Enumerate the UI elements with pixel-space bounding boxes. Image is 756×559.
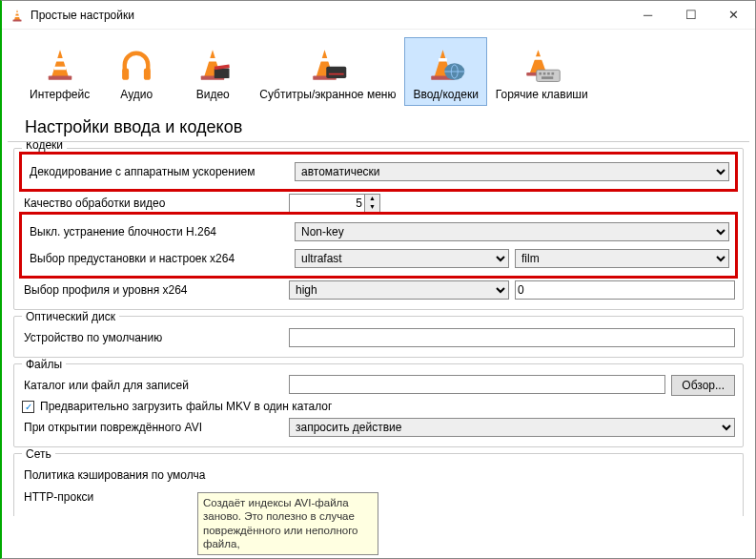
svg-rect-30 bbox=[540, 72, 542, 75]
svg-rect-5 bbox=[55, 58, 64, 62]
svg-rect-19 bbox=[329, 73, 344, 75]
broken-avi-label: При открытии повреждённого AVI bbox=[22, 421, 289, 434]
svg-rect-3 bbox=[13, 19, 22, 21]
tooltip: Создаёт индексы AVI-файла заново. Это по… bbox=[197, 492, 378, 555]
h264-skip-select[interactable]: Non-key bbox=[295, 222, 729, 241]
svg-rect-2 bbox=[15, 15, 19, 17]
svg-rect-7 bbox=[48, 75, 72, 79]
maximize-button[interactable]: ☐ bbox=[669, 1, 712, 30]
svg-rect-21 bbox=[439, 58, 447, 62]
svg-rect-1 bbox=[16, 12, 19, 14]
default-device-input[interactable] bbox=[289, 328, 735, 347]
svg-rect-34 bbox=[541, 76, 553, 79]
keyboard-icon bbox=[519, 42, 564, 88]
x264-preset-label: Выбор предустановки и настроек x264 bbox=[28, 252, 295, 265]
checkmark-icon: ✓ bbox=[22, 401, 34, 413]
svg-rect-11 bbox=[209, 58, 217, 62]
input-icon bbox=[423, 42, 469, 88]
svg-rect-8 bbox=[122, 69, 129, 80]
video-quality-value[interactable] bbox=[289, 194, 365, 213]
svg-rect-31 bbox=[543, 72, 546, 75]
svg-rect-6 bbox=[53, 67, 65, 71]
tab-subtitles[interactable]: Субтитры/экранное меню bbox=[251, 37, 404, 106]
tab-video[interactable]: Видео bbox=[174, 37, 251, 106]
group-files-title: Файлы bbox=[22, 358, 66, 371]
svg-marker-4 bbox=[51, 50, 69, 76]
cache-policy-label: Политика кэширования по умолча bbox=[22, 468, 213, 482]
app-icon bbox=[10, 8, 25, 23]
page-title: Настройки ввода и кодеков bbox=[8, 110, 749, 142]
window-title: Простые настройки bbox=[31, 9, 626, 22]
default-device-label: Устройство по умолчанию bbox=[22, 331, 289, 344]
x264-level-input[interactable] bbox=[515, 280, 735, 300]
svg-rect-9 bbox=[144, 69, 151, 80]
close-button[interactable]: ✕ bbox=[712, 1, 755, 30]
minimize-button[interactable]: ─ bbox=[626, 1, 669, 30]
tab-input-codecs[interactable]: Ввод/кодеки bbox=[404, 37, 486, 106]
video-quality-label: Качество обработки видео bbox=[22, 197, 289, 210]
h264-skip-label: Выкл. устранение блочности H.264 bbox=[28, 225, 295, 238]
record-path-label: Каталог или файл для записей bbox=[22, 379, 289, 392]
x264-preset-select[interactable]: ultrafast bbox=[295, 249, 509, 268]
category-toolbar: Интерфейс Аудио Видео Субтитры/экранное … bbox=[2, 30, 755, 110]
x264-tune-select[interactable]: film bbox=[515, 249, 729, 268]
http-proxy-label: HTTP-прокси bbox=[22, 490, 213, 504]
broken-avi-select[interactable]: запросить действие bbox=[289, 418, 735, 437]
tab-audio[interactable]: Аудио bbox=[98, 37, 174, 106]
highlight-box-2: Выкл. устранение блочности H.264 Non-key… bbox=[22, 215, 735, 276]
group-disc-title: Оптический диск bbox=[22, 310, 119, 323]
spin-up-icon[interactable]: ▲ bbox=[365, 195, 379, 203]
hwdecode-select[interactable]: автоматически bbox=[295, 162, 729, 181]
subtitle-icon bbox=[305, 42, 351, 88]
svg-rect-27 bbox=[534, 56, 544, 60]
svg-marker-0 bbox=[14, 10, 20, 20]
svg-rect-32 bbox=[547, 72, 550, 75]
tab-interface[interactable]: Интерфейс bbox=[21, 37, 98, 106]
mkv-preload-label: Предварительно загрузить файлы MKV в оди… bbox=[40, 400, 332, 413]
group-network-title: Сеть bbox=[22, 447, 55, 461]
headphones-icon bbox=[113, 42, 159, 88]
cone-icon bbox=[37, 42, 83, 88]
svg-rect-18 bbox=[326, 67, 346, 78]
highlight-box-1: Декодирование с аппаратным ускорением ав… bbox=[22, 155, 735, 189]
x264-profile-label: Выбор профиля и уровня x264 bbox=[22, 283, 289, 297]
hwdecode-label: Декодирование с аппаратным ускорением bbox=[28, 165, 295, 178]
svg-rect-29 bbox=[537, 70, 561, 81]
titlebar: Простые настройки ─ ☐ ✕ bbox=[2, 1, 755, 30]
group-codecs-title: Кодеки bbox=[22, 142, 67, 152]
tab-hotkeys[interactable]: Горячие клавиши bbox=[487, 37, 597, 106]
spin-down-icon[interactable]: ▼ bbox=[365, 203, 379, 212]
clapboard-icon bbox=[190, 42, 235, 88]
svg-rect-33 bbox=[552, 72, 555, 75]
x264-profile-select[interactable]: high bbox=[289, 280, 509, 300]
record-path-input[interactable] bbox=[289, 375, 665, 394]
browse-button[interactable]: Обзор... bbox=[671, 375, 735, 396]
svg-rect-16 bbox=[320, 58, 329, 62]
video-quality-spinbox[interactable]: ▲▼ bbox=[289, 194, 384, 213]
mkv-preload-checkbox[interactable]: ✓ Предварительно загрузить файлы MKV в о… bbox=[22, 400, 735, 413]
svg-rect-13 bbox=[215, 69, 230, 79]
